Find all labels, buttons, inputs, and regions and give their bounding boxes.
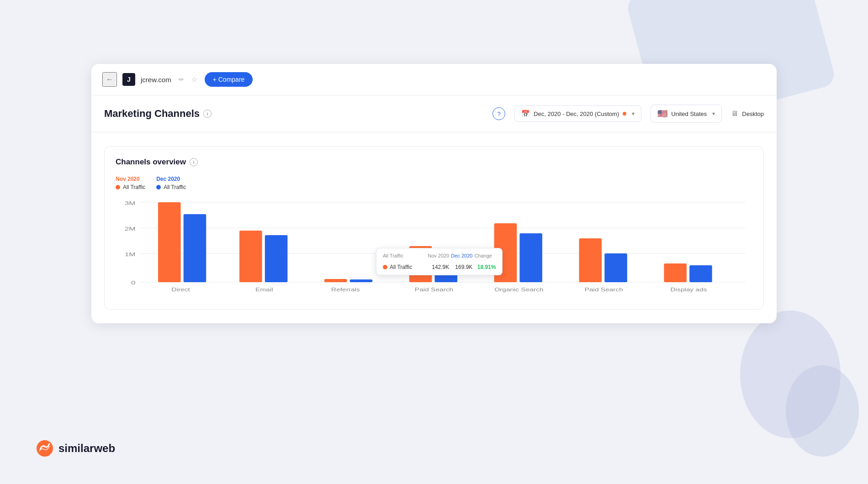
svg-text:1M: 1M	[125, 252, 136, 257]
svg-text:3M: 3M	[125, 200, 136, 206]
sw-logo-text: similarweb	[58, 442, 115, 455]
tooltip-col1: All Traffic	[383, 253, 426, 258]
chart-title: Channels overview i	[116, 158, 752, 167]
svg-rect-18	[579, 238, 602, 282]
date-selector[interactable]: 📅 Dec, 2020 - Dec, 2020 (Custom) ▾	[514, 105, 641, 122]
country-chevron-icon: ▾	[712, 110, 715, 117]
svg-rect-20	[664, 263, 687, 282]
tooltip-change-val: 18.91%	[474, 264, 496, 270]
country-label: United States	[671, 110, 707, 117]
legend-label-nov: All Traffic	[116, 184, 145, 190]
similarweb-logo: similarweb	[37, 440, 115, 457]
tooltip-dot	[383, 265, 387, 269]
tooltip-dec-val: 169.9K	[451, 264, 472, 270]
svg-text:Referrals: Referrals	[331, 287, 360, 293]
svg-text:Display ads: Display ads	[671, 287, 708, 293]
legend-label-dec: All Traffic	[156, 184, 186, 190]
legend-dot-blue	[156, 185, 161, 189]
legend-row: Nov 2020 All Traffic Dec 2020 All Traffi…	[116, 176, 752, 190]
country-selector[interactable]: 🇺🇸 United States ▾	[651, 105, 722, 123]
chart-tooltip: All Traffic Nov 2020 Dec 2020 Change All…	[376, 248, 503, 275]
title-info-icon[interactable]: i	[203, 110, 212, 118]
legend-period-dec: Dec 2020	[156, 176, 186, 182]
help-icon[interactable]: ?	[492, 107, 505, 120]
svg-rect-9	[184, 214, 206, 282]
chevron-down-icon: ▾	[632, 110, 635, 117]
tooltip-col2: Nov 2020	[428, 253, 449, 258]
svg-text:Organic Search: Organic Search	[494, 287, 543, 293]
content-area: Channels overview i Nov 2020 All Traffic…	[91, 132, 777, 323]
svg-text:Direct: Direct	[171, 287, 190, 293]
flag-icon: 🇺🇸	[657, 109, 667, 119]
tooltip-row-label: All Traffic	[383, 264, 426, 270]
chart-info-icon[interactable]: i	[190, 158, 198, 166]
device-selector[interactable]: 🖥 Desktop	[731, 110, 764, 118]
dot-orange	[623, 112, 626, 116]
svg-rect-21	[689, 265, 712, 282]
date-label: Dec, 2020 - Dec, 2020 (Custom)	[534, 110, 619, 117]
legend-item-dec: Dec 2020 All Traffic	[156, 176, 186, 190]
svg-rect-8	[158, 202, 181, 282]
svg-rect-10	[239, 231, 262, 282]
site-name: jcrew.com	[141, 76, 171, 84]
svg-rect-19	[604, 253, 627, 282]
svg-text:Email: Email	[255, 287, 273, 293]
device-label: Desktop	[742, 110, 764, 117]
tooltip-row: All Traffic 142.9K 169.9K 18.91%	[383, 264, 496, 270]
svg-point-29	[37, 440, 53, 457]
star-icon[interactable]: ☆	[191, 76, 197, 83]
svg-rect-17	[519, 233, 542, 282]
compare-button[interactable]: + Compare	[205, 72, 253, 87]
top-bar: ← J jcrew.com ✏ ☆ + Compare	[91, 64, 777, 95]
calendar-icon: 📅	[521, 110, 530, 118]
bg-decoration-right2	[786, 365, 859, 457]
legend-item-nov: Nov 2020 All Traffic	[116, 176, 145, 190]
sw-logo-icon	[37, 440, 53, 457]
tooltip-col4: Change	[474, 253, 496, 258]
svg-text:2M: 2M	[125, 226, 136, 231]
main-card: ← J jcrew.com ✏ ☆ + Compare Marketing Ch…	[91, 64, 777, 323]
svg-rect-13	[350, 279, 373, 282]
site-favicon: J	[122, 73, 135, 86]
monitor-icon: 🖥	[731, 110, 738, 118]
chart-card: Channels overview i Nov 2020 All Traffic…	[104, 146, 764, 310]
svg-text:0: 0	[131, 280, 136, 285]
legend-period-nov: Nov 2020	[116, 176, 145, 182]
tooltip-header: All Traffic Nov 2020 Dec 2020 Change	[383, 253, 496, 261]
chart-container: 3M 2M 1M 0	[116, 198, 752, 298]
tooltip-nov-val: 142.9K	[428, 264, 449, 270]
back-button[interactable]: ←	[102, 72, 117, 87]
svg-text:Paid Search: Paid Search	[585, 287, 623, 293]
header-row: Marketing Channels i ? 📅 Dec, 2020 - Dec…	[91, 95, 777, 132]
svg-text:Paid Search: Paid Search	[415, 287, 453, 293]
page-title: Marketing Channels i	[104, 108, 483, 120]
svg-rect-12	[324, 279, 347, 282]
back-icon: ←	[106, 75, 113, 84]
tooltip-col3: Dec 2020	[451, 253, 472, 258]
svg-rect-11	[265, 235, 288, 282]
legend-dot-orange	[116, 185, 120, 189]
edit-icon[interactable]: ✏	[179, 76, 184, 83]
